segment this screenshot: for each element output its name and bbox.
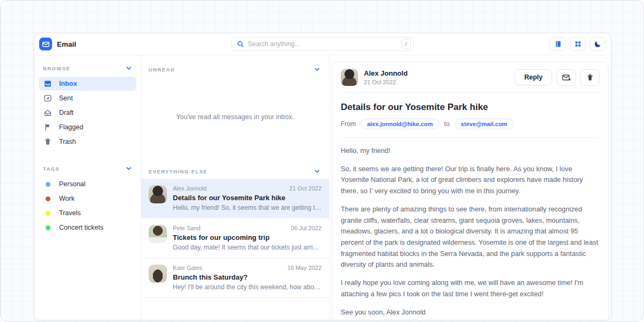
reply-button[interactable]: Reply bbox=[515, 69, 552, 85]
email-body: Hello, my friend! So, it seems we are ge… bbox=[341, 138, 599, 320]
sidebar-item-sent[interactable]: Sent bbox=[39, 91, 136, 105]
email-list-item[interactable]: Alex Jonnold 21 Oct 2022 Details for our… bbox=[141, 179, 329, 218]
email-sender: Alex Jonnold bbox=[173, 185, 207, 192]
sidebar-item-trash[interactable]: Trash bbox=[39, 135, 136, 149]
email-preview: Hello, my friend! So, it seems that we a… bbox=[173, 204, 321, 211]
tags-section-title: TAGS bbox=[43, 166, 60, 172]
message-list-column: UNREAD You've read all messages in your … bbox=[141, 55, 330, 320]
tags-section-header[interactable]: TAGS bbox=[39, 162, 136, 177]
email-date: 06 Jul 2022 bbox=[291, 225, 321, 231]
trash-icon bbox=[43, 137, 52, 146]
email-summary: Alex Jonnold 21 Oct 2022 Details for our… bbox=[173, 185, 321, 211]
sidebar-item-label: Trash bbox=[59, 138, 76, 145]
search-bar[interactable]: / bbox=[231, 37, 414, 51]
unread-section-header[interactable]: UNREAD bbox=[141, 55, 329, 77]
to-label: to bbox=[444, 120, 450, 128]
sidebar-spacer bbox=[39, 149, 136, 162]
email-date: 21 Oct 2022 bbox=[289, 185, 321, 192]
body-paragraph: See you soon, Alex Jonnold bbox=[341, 307, 599, 318]
detail-subject: Details for our Yosemite Park hike bbox=[341, 102, 599, 113]
email-subject: Brunch this Saturday? bbox=[173, 273, 321, 281]
apps-icon bbox=[574, 40, 582, 48]
pete-avatar bbox=[149, 225, 167, 243]
search-input[interactable] bbox=[248, 40, 398, 48]
topbar-actions bbox=[550, 37, 605, 51]
from-email-chip[interactable]: alex.jonnold@hike.com bbox=[361, 119, 440, 129]
email-preview: Hey! I'll be around the city this weeken… bbox=[173, 283, 321, 291]
body-paragraph: There are plenty of amazing things to se… bbox=[341, 204, 599, 270]
forward-mail-button[interactable] bbox=[557, 69, 576, 86]
tag-item-work[interactable]: Work bbox=[39, 192, 136, 206]
tag-color-dot bbox=[46, 211, 50, 216]
chevron-down-icon[interactable] bbox=[126, 65, 132, 71]
tag-label: Concert tickets bbox=[59, 224, 104, 231]
from-to-row: From alex.jonnold@hike.com to steve@mail… bbox=[341, 119, 599, 138]
browse-section-header[interactable]: BROWSE bbox=[39, 62, 136, 76]
alex-avatar bbox=[341, 69, 358, 86]
tag-color-dot bbox=[46, 225, 50, 230]
search-shortcut-badge: / bbox=[401, 39, 411, 49]
tag-label: Travels bbox=[59, 209, 81, 217]
email-summary: Kate Gates 16 May 2022 Brunch this Satur… bbox=[173, 265, 321, 291]
sidebar: BROWSE Inbox Sent bbox=[34, 55, 141, 320]
kate-avatar bbox=[149, 265, 167, 283]
email-sender: Pete Sand bbox=[173, 225, 200, 231]
book-button[interactable] bbox=[550, 37, 566, 51]
dark-mode-button[interactable] bbox=[590, 37, 605, 51]
body-paragraph: So, it seems we are getting there! Our t… bbox=[341, 164, 599, 197]
unread-empty-message: You've read all messages in your inbox. bbox=[141, 77, 329, 157]
email-list-item[interactable]: Pete Sand 06 Jul 2022 Tickets for our up… bbox=[141, 218, 329, 258]
detail-date: 21 Oct 2022 bbox=[364, 79, 408, 85]
body-paragraph: I really hope you love coming along with… bbox=[341, 277, 599, 299]
apps-button[interactable] bbox=[570, 37, 586, 51]
inbox-icon bbox=[43, 79, 52, 88]
tag-color-dot bbox=[46, 182, 50, 187]
everything-else-section-header[interactable]: EVERYTHING ELSE bbox=[141, 157, 329, 179]
email-sender: Kate Gates bbox=[173, 265, 202, 271]
tag-item-personal[interactable]: Personal bbox=[39, 177, 136, 191]
book-icon bbox=[554, 40, 562, 48]
email-detail-area: Alex Jonnold 21 Oct 2022 Reply bbox=[330, 55, 611, 320]
search-icon bbox=[237, 40, 244, 48]
sidebar-item-flagged[interactable]: Flagged bbox=[39, 120, 136, 134]
sidebar-item-label: Sent bbox=[59, 94, 73, 102]
sidebar-item-label: Flagged bbox=[59, 123, 83, 131]
to-email-chip[interactable]: steve@mail.com bbox=[455, 119, 514, 129]
flag-icon bbox=[43, 123, 52, 131]
email-detail-panel: Alex Jonnold 21 Oct 2022 Reply bbox=[332, 62, 609, 320]
tag-item-travels[interactable]: Travels bbox=[39, 206, 136, 220]
browse-section-title: BROWSE bbox=[43, 65, 70, 71]
detail-sender-name: Alex Jonnold bbox=[364, 69, 408, 77]
detail-header: Alex Jonnold 21 Oct 2022 Reply bbox=[341, 62, 599, 93]
delete-icon bbox=[586, 74, 594, 82]
alex-avatar bbox=[149, 185, 167, 203]
sidebar-item-inbox[interactable]: Inbox bbox=[39, 77, 136, 91]
brand: Email bbox=[39, 38, 76, 50]
detail-sender-block: Alex Jonnold 21 Oct 2022 bbox=[364, 69, 408, 85]
chevron-down-icon[interactable] bbox=[314, 168, 320, 174]
detail-actions: Reply bbox=[515, 69, 599, 86]
everything-else-section-title: EVERYTHING ELSE bbox=[149, 169, 208, 174]
email-subject: Details for our Yosemite Park hike bbox=[173, 194, 321, 202]
email-logo-icon bbox=[39, 38, 52, 50]
forward-mail-icon bbox=[562, 74, 571, 82]
sent-icon bbox=[43, 94, 52, 103]
email-list-item[interactable]: Kate Gates 16 May 2022 Brunch this Satur… bbox=[141, 258, 329, 298]
tag-label: Work bbox=[59, 195, 75, 202]
unread-section-title: UNREAD bbox=[149, 67, 175, 72]
tag-label: Personal bbox=[59, 180, 85, 188]
topbar: Email / bbox=[34, 33, 611, 55]
page-background: Email / bbox=[0, 0, 644, 322]
draft-icon bbox=[43, 108, 52, 117]
tag-item-concert-tickets[interactable]: Concert tickets bbox=[39, 221, 136, 235]
delete-button[interactable] bbox=[580, 69, 599, 86]
chevron-down-icon[interactable] bbox=[314, 66, 320, 72]
email-app-window: Email / bbox=[34, 33, 611, 320]
app-title: Email bbox=[57, 40, 76, 48]
email-preview: Good day, mate! It seems that our ticket… bbox=[173, 244, 321, 251]
sidebar-item-draft[interactable]: Draft bbox=[39, 106, 136, 120]
tag-color-dot bbox=[46, 196, 50, 201]
sidebar-item-label: Draft bbox=[59, 109, 74, 116]
moon-icon bbox=[594, 40, 602, 48]
chevron-down-icon[interactable] bbox=[126, 165, 132, 172]
